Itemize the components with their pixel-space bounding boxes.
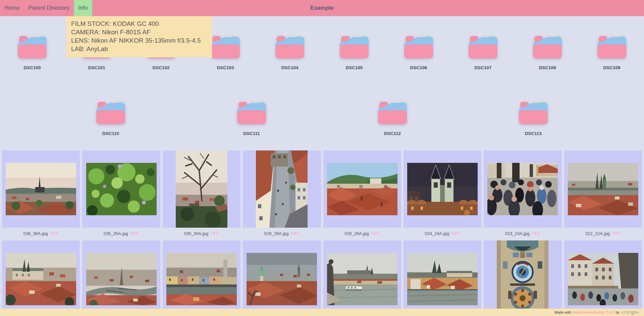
thumbnail-river-boat-view[interactable]: [327, 253, 397, 305]
thumbnail-castle-hill-roofs[interactable]: [6, 253, 76, 305]
folder-item[interactable]: DSC100: [0, 35, 64, 70]
photo-filename: 026_26A.jpg: [344, 231, 369, 236]
photo-caption: 023_23A.jpgTIFF: [484, 228, 561, 240]
tiff-link[interactable]: TIFF: [371, 231, 380, 236]
folder-label: DSC106: [410, 65, 427, 70]
footer-by-text: by: [615, 310, 620, 314]
folder-icon: [340, 35, 369, 58]
folder-label: DSC113: [525, 131, 542, 136]
tiff-link[interactable]: TIFF: [290, 231, 300, 236]
photo-caption: 036_36A.jpgTIFF: [2, 228, 80, 240]
tiff-link[interactable]: TIFF: [451, 231, 460, 236]
thumbnail-hill-red-roofs[interactable]: [327, 163, 397, 215]
photo-row-2: [0, 240, 644, 316]
tiff-link[interactable]: TIFF: [210, 231, 219, 236]
photo-filename: 024_24A.jpg: [425, 231, 449, 236]
tooltip-line-lens: LENS: Nikon AF NIKKOR 35-135mm f/3.5-4.5: [71, 36, 207, 45]
photo-tile: [564, 240, 642, 316]
navbar: Home Parent Directory Info Example: [0, 0, 644, 16]
folder-icon: [519, 101, 548, 124]
thumbnail-bare-tree-valley[interactable]: [176, 150, 227, 228]
folder-label: DSC103: [217, 65, 234, 70]
photo-caption: 022_22A.jpgTIFF: [564, 228, 642, 240]
photo-tile: [82, 150, 160, 228]
thumbnail-bridge-crowd[interactable]: [487, 163, 558, 215]
folder-item[interactable]: DSC105: [322, 35, 386, 70]
thumbnail-city-spire-panorama[interactable]: [6, 163, 76, 215]
folder-item[interactable]: DSC113: [463, 101, 604, 136]
info-tooltip: FILM STOCK: KODAK GC 400 CAMERA: Nikon F…: [66, 16, 212, 57]
folder-icon: [378, 101, 407, 124]
footer-period: .: [640, 310, 641, 314]
photo-tile: [163, 150, 240, 228]
photo-section: 036_36A.jpgTIFF 035_35A.jpgTIFF 030_30A.…: [0, 150, 644, 316]
folder-label: DSC102: [152, 65, 169, 70]
photo-filename: 036_36A.jpg: [23, 231, 48, 236]
nav-item-home[interactable]: Home: [0, 0, 24, 16]
folder-label: DSC107: [474, 65, 491, 70]
folder-item[interactable]: DSC108: [515, 35, 580, 70]
footer-made-with-text: Made with: [554, 310, 571, 314]
folder-item[interactable]: DSC107: [451, 35, 515, 70]
folder-label: DSC109: [603, 65, 620, 70]
thumbnail-night-church-towers[interactable]: [407, 163, 478, 215]
tooltip-line-lab: LAB: AnyLab: [71, 45, 207, 53]
folder-label: DSC100: [23, 65, 41, 70]
thumbnail-aerial-square-view[interactable]: [256, 150, 308, 228]
photo-filename: 029_29A.jpg: [264, 231, 289, 236]
thumbnail-green-dome-rooftops[interactable]: [247, 253, 317, 305]
page-title: Example: [0, 0, 644, 16]
folder-label: DSC101: [88, 65, 105, 70]
photo-caption: 029_29A.jpgTIFF: [243, 228, 321, 240]
tiff-link[interactable]: TIFF: [49, 231, 58, 236]
tiff-link[interactable]: TIFF: [531, 231, 540, 236]
photo-filename: 022_22A.jpg: [585, 231, 610, 236]
thumbnail-astronomical-clock[interactable]: [497, 240, 548, 316]
folder-label: DSC105: [345, 65, 363, 70]
folder-item[interactable]: DSC111: [181, 101, 322, 136]
footer-builder-link[interactable]: StaticGalleryBuilder 2.6.2: [573, 310, 614, 314]
photo-tile: [323, 240, 401, 316]
folder-row-2: DSC110 DSC111 DSC112 DSC113: [0, 101, 644, 136]
photo-tile: [484, 150, 561, 228]
photo-tile: [404, 240, 481, 316]
thumbnail-riverfront-buildings[interactable]: [166, 253, 237, 305]
photo-filename: 023_23A.jpg: [505, 231, 530, 236]
footer-brand-logo[interactable]: </srgn>: [621, 310, 638, 315]
thumbnail-old-town-street[interactable]: [568, 253, 638, 305]
photo-caption: 030_30A.jpgTIFF: [163, 228, 240, 240]
thumbnail-river-bend-panorama[interactable]: [86, 253, 157, 305]
folder-icon: [404, 35, 433, 58]
tiff-link[interactable]: TIFF: [130, 231, 139, 236]
tooltip-line-film-stock: FILM STOCK: KODAK GC 400: [71, 19, 207, 28]
photo-row-1: [0, 150, 644, 228]
folder-icon: [18, 35, 47, 58]
thumbnail-castle-panorama[interactable]: [568, 163, 638, 215]
tooltip-line-camera: CAMERA: Nikon F-801S AF: [71, 28, 207, 36]
folder-icon: [533, 35, 562, 58]
photo-filename: 030_30A.jpg: [184, 231, 208, 236]
folder-label: DSC108: [539, 65, 556, 70]
folder-item[interactable]: DSC109: [580, 35, 644, 70]
photo-tile: [82, 240, 160, 316]
thumbnail-green-foliage[interactable]: [86, 163, 157, 215]
photo-tile: [243, 150, 321, 228]
nav-item-info[interactable]: Info: [74, 0, 92, 16]
photo-filename: 035_35A.jpg: [104, 231, 128, 236]
folder-label: DSC112: [384, 131, 401, 136]
thumbnail-castle-riverbank[interactable]: [407, 253, 478, 305]
photo-caption: 024_24A.jpgTIFF: [404, 228, 481, 240]
photo-caption: 026_26A.jpgTIFF: [323, 228, 401, 240]
folder-icon: [237, 101, 266, 124]
folder-item[interactable]: DSC106: [386, 35, 451, 70]
tiff-link[interactable]: TIFF: [611, 231, 621, 236]
folder-item[interactable]: DSC110: [40, 101, 181, 136]
folder-icon: [469, 35, 497, 58]
folder-item[interactable]: DSC104: [258, 35, 322, 70]
nav-item-parent-directory[interactable]: Parent Directory: [24, 0, 74, 16]
folder-item[interactable]: DSC112: [322, 101, 463, 136]
photo-tile: [163, 240, 240, 316]
photo-caption: 035_35A.jpgTIFF: [82, 228, 160, 240]
folder-label: DSC111: [243, 131, 260, 136]
folder-label: DSC104: [281, 65, 298, 70]
